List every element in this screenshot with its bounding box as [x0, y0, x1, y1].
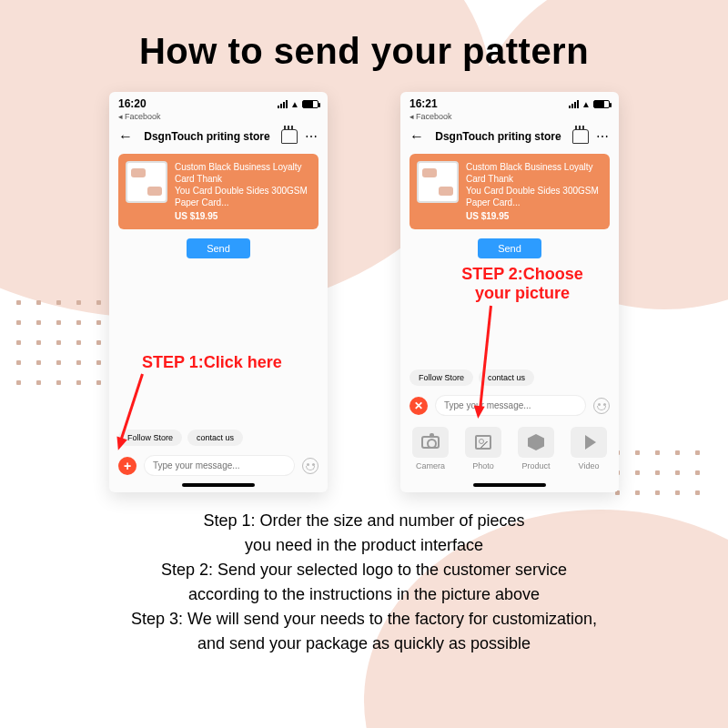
product-thumb [417, 161, 459, 203]
signal-icon [569, 100, 579, 108]
back-icon[interactable]: ← [410, 128, 424, 145]
home-indicator [473, 483, 546, 487]
product-price: US $19.95 [175, 210, 311, 222]
status-time: 16:21 [410, 97, 438, 110]
store-icon[interactable] [572, 129, 589, 144]
attach-product[interactable]: Product [511, 427, 561, 470]
product-card[interactable]: Custom Black Business Loyalty Card Thank… [410, 154, 610, 229]
emoji-icon[interactable] [302, 458, 318, 474]
attach-photo[interactable]: Photo [459, 427, 508, 470]
close-attachment-button[interactable]: ✕ [410, 397, 428, 415]
store-icon[interactable] [281, 129, 298, 144]
product-title-line2: You Card Double Sides 300GSM Paper Card.… [466, 185, 602, 208]
back-to-app[interactable]: ◂ Facebook [118, 112, 318, 121]
pill-contact-us[interactable]: contact us [479, 369, 534, 386]
product-price: US $19.95 [466, 210, 602, 222]
attach-video[interactable]: Video [564, 427, 613, 470]
more-icon[interactable]: ⋯ [596, 129, 610, 144]
instructions-block: Step 1: Order the size and number of pie… [0, 509, 728, 656]
battery-icon [302, 100, 318, 108]
status-icons: ▲ [569, 99, 610, 109]
cube-icon [528, 434, 544, 450]
product-title-line2: You Card Double Sides 300GSM Paper Card.… [175, 185, 311, 208]
step-2-text-a: Step 2: Send your selected logo to the c… [36, 558, 692, 582]
product-card[interactable]: Custom Black Business Loyalty Card Thank… [118, 154, 318, 229]
status-time: 16:20 [118, 97, 147, 110]
product-title-line1: Custom Black Business Loyalty Card Thank [466, 161, 602, 185]
home-indicator [182, 483, 255, 487]
product-thumb [126, 161, 167, 203]
step-3-text-b: and send your package as quickly as poss… [36, 632, 692, 656]
phone-step-1: 16:20 ▲ ◂ Facebook ← DsgnTouch priting s… [109, 92, 328, 492]
back-to-app[interactable]: ◂ Facebook [410, 112, 610, 121]
step-3-text-a: Step 3: We will send your needs to the f… [36, 607, 692, 632]
camera-icon [421, 436, 440, 449]
step-1-text-b: you need in the product interface [36, 533, 692, 558]
step-1-label: STEP 1:Click here [142, 353, 282, 372]
wifi-icon: ▲ [581, 99, 591, 109]
more-icon[interactable]: ⋯ [305, 129, 318, 144]
emoji-icon[interactable] [593, 398, 610, 414]
play-icon [585, 435, 596, 450]
back-icon[interactable]: ← [118, 128, 133, 145]
step-1-text-a: Step 1: Order the size and number of pie… [36, 509, 692, 533]
attachment-grid: Camera Photo Product Video [400, 420, 619, 480]
phone-step-2: 16:21 ▲ ◂ Facebook ← DsgnTouch priting s… [400, 92, 619, 492]
store-name: DsgnTouch priting store [431, 130, 565, 143]
message-input[interactable] [144, 455, 295, 476]
attach-camera[interactable]: Camera [406, 427, 455, 470]
step-2-text-b: according to the instructions in the pic… [36, 582, 692, 607]
signal-icon [278, 100, 288, 108]
step-2-label: STEP 2:Chooseyour picture [450, 265, 595, 302]
send-button[interactable]: Send [478, 238, 541, 258]
wifi-icon: ▲ [290, 99, 299, 109]
status-bar: 16:21 ▲ ◂ Facebook [400, 92, 619, 123]
pill-contact-us[interactable]: contact us [187, 430, 243, 446]
battery-icon [593, 100, 610, 108]
add-attachment-button[interactable]: + [118, 457, 136, 475]
pill-follow-store[interactable]: Follow Store [410, 369, 473, 386]
photo-icon [475, 435, 491, 450]
status-icons: ▲ [278, 99, 318, 109]
status-bar: 16:20 ▲ ◂ Facebook [109, 92, 328, 123]
message-input[interactable] [435, 395, 586, 416]
store-name: DsgnTouch priting store [140, 130, 274, 143]
page-title: How to send your pattern [0, 0, 728, 72]
product-title-line1: Custom Black Business Loyalty Card Thank [175, 161, 311, 185]
step-2-arrow-head [472, 405, 484, 419]
pill-follow-store[interactable]: Follow Store [118, 430, 182, 446]
send-button[interactable]: Send [187, 238, 250, 258]
